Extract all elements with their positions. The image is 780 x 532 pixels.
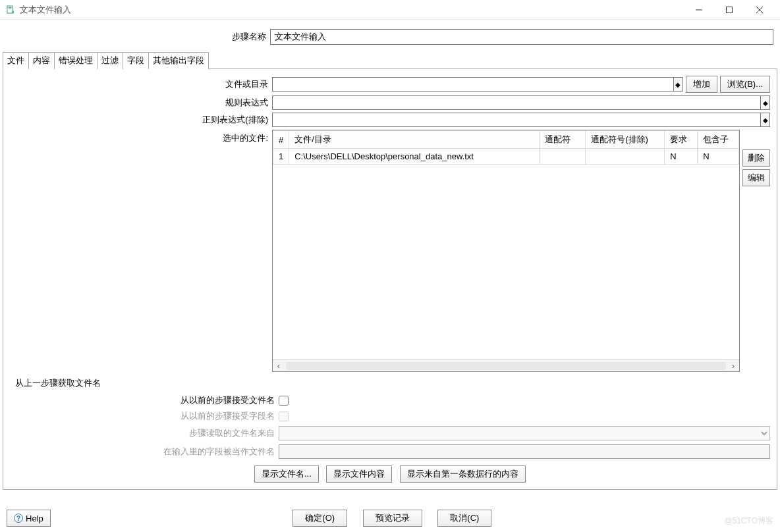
- show-content-button[interactable]: 显示文件内容: [326, 466, 392, 483]
- field-source-label: 在输入里的字段被当作文件名: [10, 446, 279, 458]
- scroll-left-icon[interactable]: ‹: [273, 361, 285, 371]
- accept-filenames-checkbox[interactable]: [279, 396, 289, 406]
- edit-button[interactable]: 编辑: [742, 169, 770, 186]
- cancel-button[interactable]: 取消(C): [437, 510, 491, 527]
- window-title: 文本文件输入: [20, 4, 71, 16]
- regex-exclude-label: 正则表达式(排除): [10, 114, 272, 126]
- var-icon[interactable]: ◆: [674, 77, 683, 92]
- field-source-input: [279, 444, 770, 459]
- show-filename-button[interactable]: 显示文件名...: [254, 466, 319, 483]
- help-icon: ?: [14, 514, 23, 523]
- regex-input[interactable]: [272, 95, 761, 110]
- selected-files-label: 选中的文件:: [10, 130, 272, 372]
- tab-other[interactable]: 其他输出字段: [148, 52, 209, 69]
- step-name-label: 步骤名称: [7, 31, 270, 43]
- selected-files-table[interactable]: # 文件/目录 通配符 通配符号(排除) 要求 包含子 1 C:: [272, 130, 740, 372]
- step-source-select: [279, 426, 770, 440]
- browse-button[interactable]: 浏览(B)...: [720, 76, 770, 93]
- var-icon[interactable]: ◆: [761, 95, 770, 110]
- tab-fields[interactable]: 字段: [123, 52, 149, 69]
- add-button[interactable]: 增加: [686, 76, 717, 93]
- close-button[interactable]: [744, 0, 775, 20]
- svg-rect-1: [9, 7, 11, 8]
- help-button[interactable]: ? Help: [7, 510, 51, 527]
- svg-rect-4: [727, 7, 733, 13]
- file-or-dir-input[interactable]: [272, 77, 674, 92]
- svg-rect-0: [7, 6, 13, 13]
- svg-rect-2: [9, 9, 11, 9]
- accept-fieldnames-label: 从以前的步骤接受字段名: [10, 410, 279, 422]
- prev-step-group-label: 从上一步骤获取文件名: [15, 377, 770, 389]
- step-name-input[interactable]: [270, 29, 773, 45]
- file-panel: 文件或目录 ◆ 增加 浏览(B)... 规则表达式 ◆ 正则表达式(排除) ◆ …: [3, 69, 777, 490]
- show-first-row-button[interactable]: 显示来自第一条数据行的内容: [400, 466, 526, 483]
- table-row[interactable]: 1 C:\Users\DELL\Desktop\personal_data_ne…: [273, 149, 739, 165]
- preview-button[interactable]: 预览记录: [363, 510, 422, 527]
- h-scrollbar[interactable]: ‹ ›: [273, 359, 739, 371]
- minimize-button[interactable]: [684, 0, 714, 20]
- maximize-button[interactable]: [714, 0, 744, 20]
- regex-exclude-input[interactable]: [272, 113, 761, 127]
- table-header-row: # 文件/目录 通配符 通配符号(排除) 要求 包含子: [273, 131, 739, 149]
- var-icon[interactable]: ◆: [761, 113, 770, 127]
- tab-file[interactable]: 文件: [3, 52, 29, 69]
- titlebar: 文本文件输入: [0, 0, 780, 20]
- step-source-label: 步骤读取的文件名来自: [10, 427, 279, 439]
- ok-button[interactable]: 确定(O): [292, 510, 347, 527]
- bottom-bar: ? Help 确定(O) 预览记录 取消(C): [0, 504, 780, 532]
- app-icon: [5, 5, 16, 15]
- scroll-right-icon[interactable]: ›: [727, 361, 739, 371]
- file-or-dir-label: 文件或目录: [10, 78, 272, 90]
- regex-label: 规则表达式: [10, 97, 272, 109]
- tab-error[interactable]: 错误处理: [54, 52, 98, 69]
- tab-filter[interactable]: 过滤: [97, 52, 123, 69]
- accept-fieldnames-checkbox: [279, 412, 289, 421]
- accept-filenames-label: 从以前的步骤接受文件名: [10, 394, 279, 406]
- tabs: 文件 内容 错误处理 过滤 字段 其他输出字段: [3, 51, 777, 69]
- delete-button[interactable]: 删除: [742, 149, 770, 167]
- tab-content[interactable]: 内容: [28, 52, 55, 69]
